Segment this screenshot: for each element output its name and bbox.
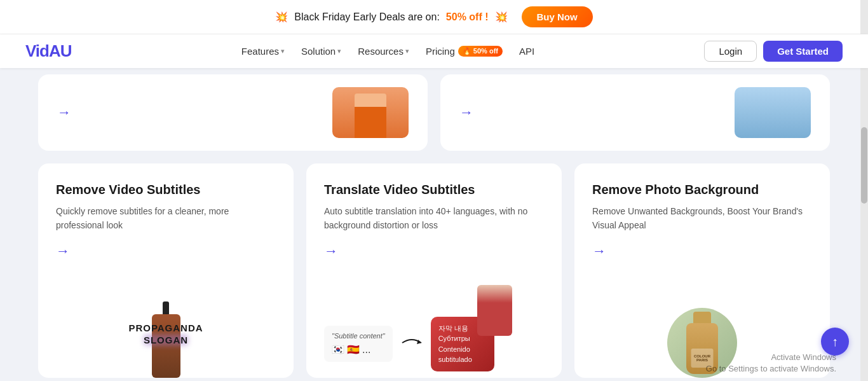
card-remove-subtitles: Remove Video Subtitles Quickly remove su… [38,163,294,378]
nav-resources[interactable]: Resources ▾ [351,42,416,60]
login-button[interactable]: Login [704,41,757,62]
card-visual: "Subtitle content" 🇰🇷 🇪🇸 ... [324,276,544,378]
card-arrow-link[interactable]: → [592,243,606,260]
pricing-discount-badge: 🔥 50% off [458,46,503,57]
card-arrow-link[interactable]: → [56,243,70,260]
propaganda-text-line2: SLOGAN [144,335,188,345]
propaganda-text-line1: PROPAGANDA [102,322,229,333]
nav-actions: Login Get Started [704,41,843,62]
fire-left-icon: 💥 [275,11,288,23]
card-description: Remove Unwanted Backgrounds, Boost Your … [592,204,812,233]
perfume-cap [693,312,711,323]
bottle-cap [163,301,169,314]
nav-features[interactable]: Features ▾ [235,42,291,60]
arrow-icon[interactable]: → [459,104,473,121]
main-content: → → Remove Video Subtitles Quickly remov… [0,68,868,381]
activate-windows-line2: Go to Settings to activate Windows. [706,363,836,375]
card-visual: PROPAGANDA SLOGAN [56,276,276,378]
navbar: VidAU Features ▾ Solution ▾ Resources ▾ … [0,34,868,68]
top-card-right: → [440,74,830,151]
activate-windows-line1: Activate Windows [706,352,836,363]
more-flags: ... [362,344,370,356]
logo[interactable]: VidAU [25,41,72,61]
banner-highlight: 50% off ! [446,11,489,23]
card-arrow-link[interactable]: → [324,243,338,260]
flag-korean: 🇰🇷 [332,343,344,356]
get-started-button[interactable]: Get Started [763,41,843,62]
girl-body [355,94,386,138]
result-line3: Contenido [438,344,487,355]
card-description: Auto subtitle translation into 40+ langu… [324,204,544,233]
windows-activation-notice: Activate Windows Go to Settings to activ… [706,352,836,375]
girl-blue-image [735,87,811,138]
arrow-icon[interactable]: → [57,104,71,121]
card-description: Quickly remove subtitles for a cleaner, … [56,204,276,233]
top-cards-row: → → [38,68,830,151]
bottom-cards-row: Remove Video Subtitles Quickly remove su… [38,163,830,378]
translate-visual: "Subtitle content" 🇰🇷 🇪🇸 ... [324,317,544,378]
card-title: Remove Video Subtitles [56,181,276,198]
chevron-down-icon: ▾ [281,47,285,55]
chevron-down-icon: ▾ [337,47,341,55]
nav-pricing[interactable]: Pricing 🔥 50% off [419,42,509,60]
buy-now-button[interactable]: Buy Now [522,6,593,27]
nav-solution[interactable]: Solution ▾ [295,42,348,60]
card-image-left [332,87,409,138]
card-image-right [735,87,811,138]
nav-links: Features ▾ Solution ▾ Resources ▾ Pricin… [235,42,541,60]
nav-api[interactable]: API [513,42,541,60]
scrollbar-thumb[interactable] [861,127,867,204]
subtitle-quote: "Subtitle content" [332,332,385,340]
flag-spanish: 🇪🇸 [347,343,360,356]
card-translate-subtitles: Translate Video Subtitles Auto subtitle … [306,163,562,378]
girl-orange-image [332,87,409,138]
translate-arrow-icon [399,333,424,352]
fire-right-icon: 💥 [495,11,508,23]
card-title: Remove Photo Background [592,181,812,198]
banner-text: Black Friday Early Deals are on: [294,11,440,23]
subtitle-source-box: "Subtitle content" 🇰🇷 🇪🇸 ... [324,326,393,362]
top-card-left: → [38,74,428,151]
card-remove-photo-bg: Remove Photo Background Remove Unwanted … [574,163,830,378]
chevron-down-icon: ▾ [405,47,409,55]
top-banner: 💥 Black Friday Early Deals are on: 50% o… [0,0,868,34]
flags: 🇰🇷 🇪🇸 ... [332,343,385,356]
girl-red-image [477,285,512,336]
card-title: Translate Video Subtitles [324,181,544,198]
result-line4: subtitulado [438,354,487,365]
